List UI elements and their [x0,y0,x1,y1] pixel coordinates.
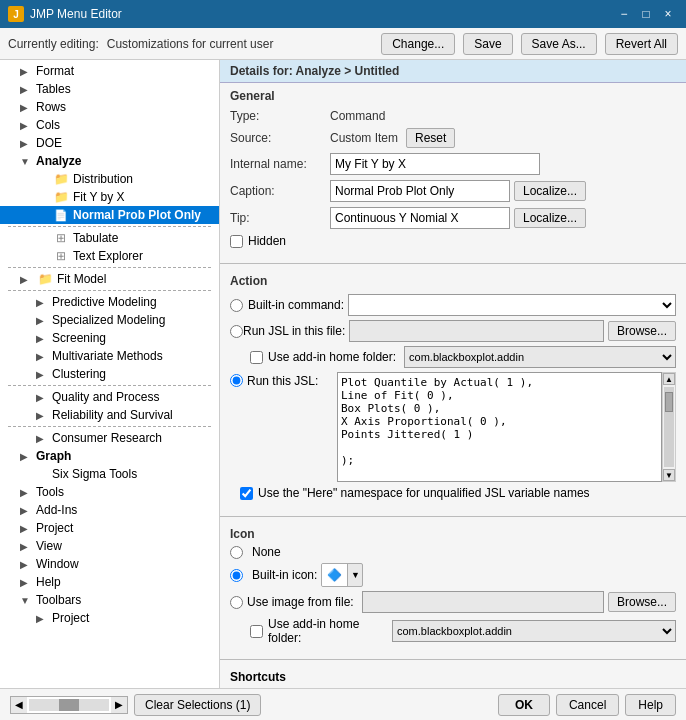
minimize-button[interactable]: − [614,4,634,24]
source-row: Source: Custom Item Reset [230,128,676,148]
table-icon: ⊞ [52,231,70,245]
sidebar-item-clustering[interactable]: ▶ Clustering [0,365,219,383]
shortcuts-title: Shortcuts [230,670,676,684]
icon-addin-select[interactable]: com.blackboxplot.addin [392,620,676,642]
horizontal-scroll[interactable]: ◀ ▶ [10,696,128,714]
builtin-cmd-select[interactable] [348,294,676,316]
sidebar-item-label: DOE [36,136,62,150]
sidebar-item-normal-prob-plot[interactable]: 📄 Normal Prob Plot Only [0,206,219,224]
help-button[interactable]: Help [625,694,676,716]
sidebar-item-specialized-modeling[interactable]: ▶ Specialized Modeling [0,311,219,329]
revert-all-button[interactable]: Revert All [605,33,678,55]
run-jsl-radio[interactable] [230,374,243,387]
jsl-scroll-up[interactable]: ▲ [663,373,675,385]
arrow-icon: ▶ [20,84,36,95]
jsl-scroll-thumb[interactable] [665,392,673,412]
sidebar-item-label: Fit Model [57,272,106,286]
arrow-icon: ▼ [20,595,36,606]
builtin-icon-picker[interactable]: 🔷 ▼ [321,563,363,587]
close-button[interactable]: × [658,4,678,24]
caption-label: Caption: [230,184,330,198]
builtin-cmd-radio[interactable] [230,299,243,312]
sidebar-item-view[interactable]: ▶ View [0,537,219,555]
sidebar-item-addins[interactable]: ▶ Add-Ins [0,501,219,519]
icon-none-radio[interactable] [230,546,243,559]
internal-name-input[interactable] [330,153,540,175]
sidebar-item-doe[interactable]: ▶ DOE [0,134,219,152]
image-file-input[interactable] [362,591,604,613]
namespace-checkbox[interactable] [240,487,253,500]
sidebar-item-window[interactable]: ▶ Window [0,555,219,573]
sidebar-item-distribution[interactable]: 📁 Distribution [0,170,219,188]
tip-localize-button[interactable]: Localize... [514,208,586,228]
sidebar-item-format[interactable]: ▶ Format [0,62,219,80]
sidebar-item-six-sigma[interactable]: Six Sigma Tools [0,465,219,483]
sidebar-item-predictive-modeling[interactable]: ▶ Predictive Modeling [0,293,219,311]
scroll-left-button[interactable]: ◀ [11,697,27,713]
caption-input[interactable] [330,180,510,202]
sidebar-item-rows[interactable]: ▶ Rows [0,98,219,116]
sidebar-item-label: Help [36,575,61,589]
sidebar-item-text-explorer[interactable]: ⊞ Text Explorer [0,247,219,265]
sidebar-item-consumer-research[interactable]: ▶ Consumer Research [0,429,219,447]
sidebar-item-help[interactable]: ▶ Help [0,573,219,591]
sidebar-item-quality-process[interactable]: ▶ Quality and Process [0,388,219,406]
tip-input[interactable] [330,207,510,229]
arrow-icon: ▶ [20,120,36,131]
change-button[interactable]: Change... [381,33,455,55]
sidebar-item-label: Analyze [36,154,81,168]
type-label: Type: [230,109,330,123]
sidebar-item-graph[interactable]: ▶ Graph [0,447,219,465]
caption-localize-button[interactable]: Localize... [514,181,586,201]
cancel-button[interactable]: Cancel [556,694,619,716]
jsl-scroll-down[interactable]: ▼ [663,469,675,481]
hidden-checkbox[interactable] [230,235,243,248]
image-file-browse-button[interactable]: Browse... [608,592,676,612]
tree-view: ▶ Format ▶ Tables ▶ Rows ▶ Cols ▶ DOE ▼ [0,60,219,629]
sidebar-item-multivariate[interactable]: ▶ Multivariate Methods [0,347,219,365]
builtin-icon-radio[interactable] [230,569,243,582]
sidebar-item-screening[interactable]: ▶ Screening [0,329,219,347]
divider4 [8,385,211,386]
maximize-button[interactable]: □ [636,4,656,24]
sidebar-item-fit-y-by-x[interactable]: 📁 Fit Y by X [0,188,219,206]
type-row: Type: Command [230,109,676,123]
sidebar-item-label: Reliability and Survival [52,408,173,422]
save-button[interactable]: Save [463,33,512,55]
sidebar-item-cols[interactable]: ▶ Cols [0,116,219,134]
icon-none-label: None [252,545,281,559]
hidden-row: Hidden [230,234,676,248]
sidebar-item-label: Project [52,611,89,625]
sidebar-item-tools[interactable]: ▶ Tools [0,483,219,501]
sidebar-item-project[interactable]: ▶ Project [0,519,219,537]
sidebar-item-tabulate[interactable]: ⊞ Tabulate [0,229,219,247]
jsl-code-textarea[interactable]: Plot Quantile by Actual( 1 ), Line of Fi… [337,372,662,482]
sidebar-item-label: Tables [36,82,71,96]
arrow-icon: ▶ [20,577,36,588]
jsl-file-browse-button[interactable]: Browse... [608,321,676,341]
run-jsl-label: Run this JSL: [247,372,337,388]
namespace-label: Use the "Here" namespace for unqualified… [258,486,590,500]
run-jsl-file-radio[interactable] [230,325,243,338]
jsl-file-input[interactable] [349,320,604,342]
reset-button[interactable]: Reset [406,128,455,148]
ok-button[interactable]: OK [498,694,550,716]
sidebar-item-tables[interactable]: ▶ Tables [0,80,219,98]
addin-folder-select[interactable]: com.blackboxplot.addin [404,346,676,368]
internal-name-label: Internal name: [230,157,330,171]
sidebar-item-fit-model[interactable]: ▶ 📁 Fit Model [0,270,219,288]
scroll-thumb[interactable] [59,699,79,711]
sidebar-item-toolbars[interactable]: ▼ Toolbars [0,591,219,609]
sidebar-item-analyze[interactable]: ▼ Analyze [0,152,219,170]
sidebar-item-project-toolbar[interactable]: ▶ Project [0,609,219,627]
use-image-radio[interactable] [230,596,243,609]
folder-icon: 📁 [36,272,54,286]
divider [8,226,211,227]
icon-dropdown-arrow[interactable]: ▼ [348,564,362,586]
icon-addin-checkbox[interactable] [250,625,263,638]
scroll-right-button[interactable]: ▶ [111,697,127,713]
sidebar-item-reliability[interactable]: ▶ Reliability and Survival [0,406,219,424]
save-as-button[interactable]: Save As... [521,33,597,55]
clear-selections-button[interactable]: Clear Selections (1) [134,694,261,716]
use-addin-folder-checkbox[interactable] [250,351,263,364]
